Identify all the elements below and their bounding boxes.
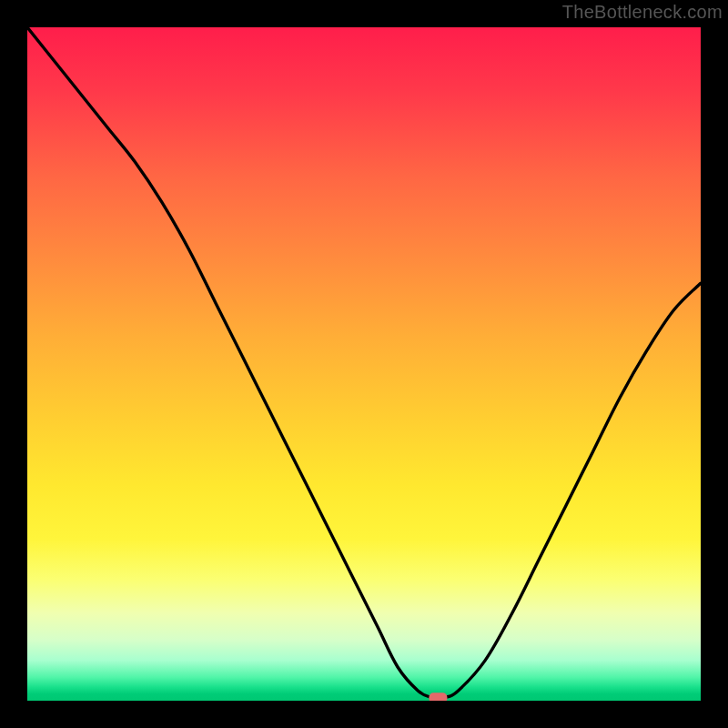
chart-frame: TheBottleneck.com	[0, 0, 728, 728]
gradient-plot-area	[27, 27, 701, 701]
bottleneck-curve-path	[27, 27, 701, 698]
minimum-marker	[429, 693, 447, 701]
bottleneck-curve-svg	[27, 27, 701, 701]
watermark-text: TheBottleneck.com	[562, 2, 723, 23]
